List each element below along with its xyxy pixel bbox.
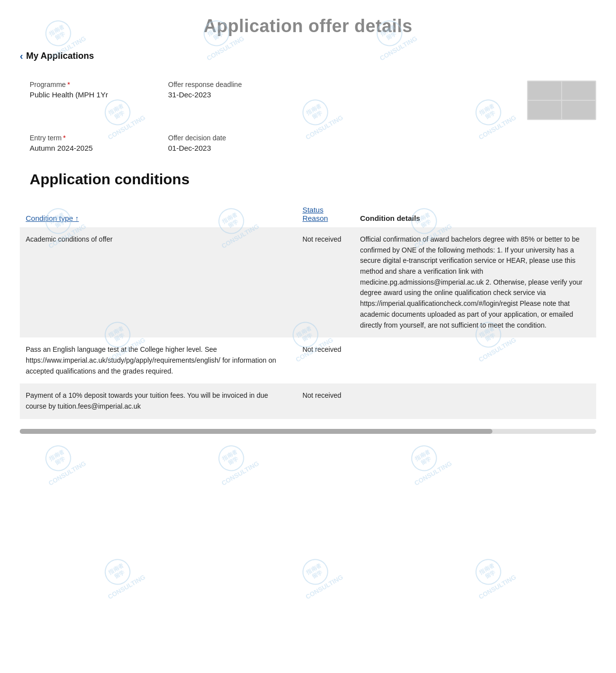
entry-term-block: Entry term* Autumn 2024-2025	[30, 134, 168, 152]
condition-type-sort-link[interactable]: Condition type ↑	[26, 214, 291, 222]
details-cell	[354, 337, 596, 383]
watermark-15: 指南者留学 CONSULTING	[399, 436, 453, 487]
status-cell: Not received	[297, 383, 354, 419]
programme-block: Programme* Public Health (MPH 1Yr	[30, 81, 168, 120]
scrollbar-thumb[interactable]	[20, 429, 492, 434]
programme-required-marker: *	[67, 81, 70, 88]
entry-term-value: Autumn 2024-2025	[30, 144, 168, 152]
offer-decision-value: 01-Dec-2023	[168, 144, 307, 152]
watermark-17: 指南者留学 CONSULTING	[291, 550, 344, 600]
entry-term-label: Entry term*	[30, 134, 168, 142]
programme-label: Programme*	[30, 81, 168, 88]
offer-response-block: Offer response deadline 31-Dec-2023	[168, 81, 307, 120]
watermark-13: 指南者留学 CONSULTING	[34, 436, 87, 487]
th-condition-type: Condition type ↑	[20, 202, 297, 227]
image-cell-1	[528, 82, 561, 100]
offer-decision-block: Offer decision date 01-Dec-2023	[168, 134, 307, 152]
th-status-reason: Status Reason	[297, 202, 354, 227]
table-row: Academic conditions of offerNot received…	[20, 227, 596, 337]
watermark-18: 指南者留学 CONSULTING	[464, 550, 517, 600]
page-wrapper: 指南者留学 CONSULTING 指南者留学 CONSULTING 指南者留学 …	[0, 0, 616, 673]
conditions-table: Condition type ↑ Status Reason Condition…	[20, 202, 596, 419]
details-cell: Official confirmation of award bachelors…	[354, 227, 596, 337]
condition-cell: Academic conditions of offer	[20, 227, 297, 337]
image-cell-4	[562, 101, 595, 119]
image-cell-2	[562, 82, 595, 100]
table-row: Pass an English language test at the Col…	[20, 337, 596, 383]
watermark-14: 指南者留学 CONSULTING	[207, 436, 260, 487]
offer-response-value: 31-Dec-2023	[168, 90, 307, 99]
info-section: Programme* Public Health (MPH 1Yr Offer …	[20, 76, 596, 156]
placeholder-image	[527, 81, 596, 120]
status-reason-sort-link[interactable]: Status Reason	[303, 206, 349, 222]
back-nav[interactable]: ‹ My Applications	[20, 50, 596, 62]
page-title: Application offer details	[20, 0, 596, 50]
status-cell: Not received	[297, 337, 354, 383]
offer-decision-label: Offer decision date	[168, 134, 307, 142]
chevron-left-icon: ‹	[20, 50, 23, 62]
programme-value: Public Health (MPH 1Yr	[30, 90, 168, 99]
condition-cell: Pass an English language test at the Col…	[20, 337, 297, 383]
th-condition-details: Condition details	[354, 202, 596, 227]
details-cell	[354, 383, 596, 419]
condition-cell: Payment of a 10% deposit towards your tu…	[20, 383, 297, 419]
conditions-title: Application conditions	[20, 171, 596, 188]
scrollbar-track[interactable]	[20, 429, 596, 434]
offer-response-label: Offer response deadline	[168, 81, 307, 88]
entry-term-required-marker: *	[63, 134, 66, 142]
watermark-16: 指南者留学 CONSULTING	[93, 550, 146, 600]
status-cell: Not received	[297, 227, 354, 337]
table-row: Payment of a 10% deposit towards your tu…	[20, 383, 596, 419]
back-nav-label: My Applications	[26, 51, 94, 61]
image-cell-3	[528, 101, 561, 119]
